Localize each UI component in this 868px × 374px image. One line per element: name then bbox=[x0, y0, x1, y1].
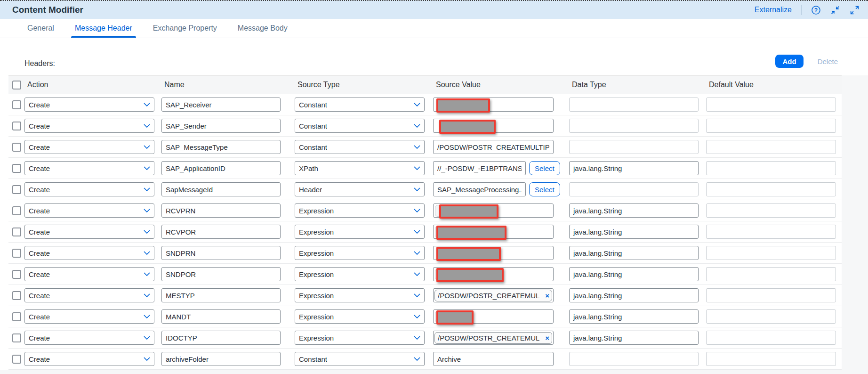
row-checkbox[interactable] bbox=[12, 122, 21, 130]
source-value-input[interactable]: //_-POSDW_-E1BPTRANS... bbox=[433, 161, 526, 175]
source-type-dropdown[interactable]: Expression bbox=[295, 288, 425, 302]
tab-general[interactable]: General bbox=[27, 19, 54, 38]
action-dropdown[interactable]: Create bbox=[24, 352, 154, 366]
default-value-input[interactable] bbox=[706, 98, 836, 112]
row-checkbox[interactable] bbox=[12, 143, 21, 152]
action-dropdown[interactable]: Create bbox=[24, 331, 154, 345]
source-value-input[interactable]: SAP_MessageProcessing... bbox=[433, 182, 526, 196]
tab-message-header[interactable]: Message Header bbox=[75, 19, 132, 38]
data-type-input[interactable]: java.lang.String bbox=[569, 161, 699, 175]
source-value-input[interactable] bbox=[433, 309, 554, 324]
data-type-input[interactable]: java.lang.String bbox=[569, 203, 699, 218]
default-value-input[interactable] bbox=[706, 119, 836, 133]
data-type-input[interactable]: java.lang.String bbox=[569, 288, 699, 302]
data-type-input[interactable]: java.lang.String bbox=[569, 246, 699, 260]
name-input[interactable]: SAP_MessageType bbox=[161, 140, 281, 154]
data-type-input[interactable]: java.lang.String bbox=[569, 309, 699, 324]
select-button[interactable]: Select bbox=[529, 182, 560, 196]
source-type-dropdown[interactable]: Expression bbox=[295, 267, 425, 281]
name-input[interactable]: RCVPOR bbox=[161, 225, 281, 239]
row-checkbox[interactable] bbox=[12, 355, 21, 364]
default-value-input[interactable] bbox=[706, 225, 836, 239]
expand-icon[interactable] bbox=[850, 5, 860, 15]
name-input[interactable]: IDOCTYP bbox=[161, 331, 281, 345]
source-type-dropdown[interactable]: Expression bbox=[295, 246, 425, 260]
source-type-dropdown[interactable]: Expression bbox=[295, 309, 425, 324]
source-value-input[interactable]: /POSDW/POSTR_CREATEMULTIPLE bbox=[433, 140, 554, 154]
row-checkbox[interactable] bbox=[12, 228, 21, 236]
row-checkbox[interactable] bbox=[12, 312, 21, 321]
remove-token-icon[interactable]: × bbox=[545, 292, 549, 300]
action-dropdown[interactable]: Create bbox=[24, 267, 154, 281]
source-type-dropdown[interactable]: Constant bbox=[295, 98, 425, 112]
source-type-dropdown[interactable]: Expression bbox=[295, 331, 425, 345]
select-all-checkbox[interactable] bbox=[12, 81, 21, 89]
data-type-input[interactable]: java.lang.String bbox=[569, 331, 699, 345]
row-checkbox[interactable] bbox=[12, 164, 21, 173]
data-type-input[interactable] bbox=[569, 182, 699, 196]
action-dropdown[interactable]: Create bbox=[24, 225, 154, 239]
source-type-dropdown[interactable]: Constant bbox=[295, 140, 425, 154]
data-type-input[interactable] bbox=[569, 98, 699, 112]
data-type-input[interactable] bbox=[569, 352, 699, 366]
row-checkbox[interactable] bbox=[12, 206, 21, 215]
source-type-dropdown[interactable]: Expression bbox=[295, 203, 425, 218]
value-token[interactable]: /POSDW/POSTR_CREATEMUL× bbox=[434, 290, 552, 301]
source-value-input[interactable] bbox=[433, 98, 554, 112]
data-type-input[interactable]: java.lang.String bbox=[569, 267, 699, 281]
name-input[interactable]: SapMessageId bbox=[161, 182, 281, 196]
source-value-input[interactable]: /POSDW/POSTR_CREATEMUL× bbox=[433, 331, 554, 345]
action-dropdown[interactable]: Create bbox=[24, 119, 154, 133]
source-type-dropdown[interactable]: Constant bbox=[295, 352, 425, 366]
row-checkbox[interactable] bbox=[12, 333, 21, 342]
default-value-input[interactable] bbox=[706, 161, 836, 175]
source-value-input[interactable]: /POSDW/POSTR_CREATEMUL× bbox=[433, 288, 554, 302]
row-checkbox[interactable] bbox=[12, 270, 21, 279]
data-type-input[interactable] bbox=[569, 140, 699, 154]
source-value-input[interactable] bbox=[433, 119, 554, 133]
name-input[interactable]: SNDPRN bbox=[161, 246, 281, 260]
action-dropdown[interactable]: Create bbox=[24, 140, 154, 154]
remove-token-icon[interactable]: × bbox=[545, 334, 549, 342]
add-button[interactable]: Add bbox=[775, 55, 803, 68]
source-type-dropdown[interactable]: Expression bbox=[295, 225, 425, 239]
name-input[interactable]: RCVPRN bbox=[161, 203, 281, 218]
source-value-input[interactable] bbox=[433, 225, 554, 239]
select-button[interactable]: Select bbox=[529, 161, 560, 175]
collapse-icon[interactable] bbox=[830, 5, 840, 15]
source-type-dropdown[interactable]: XPath bbox=[295, 161, 425, 175]
action-dropdown[interactable]: Create bbox=[24, 288, 154, 302]
action-dropdown[interactable]: Create bbox=[24, 309, 154, 324]
action-dropdown[interactable]: Create bbox=[24, 98, 154, 112]
source-value-input[interactable] bbox=[433, 246, 554, 260]
help-icon[interactable]: ? bbox=[811, 5, 821, 15]
name-input[interactable]: SAP_ApplicationID bbox=[161, 161, 281, 175]
name-input[interactable]: MESTYP bbox=[161, 288, 281, 302]
default-value-input[interactable] bbox=[706, 331, 836, 345]
source-type-dropdown[interactable]: Header bbox=[295, 182, 425, 196]
row-checkbox[interactable] bbox=[12, 100, 21, 109]
delete-button[interactable]: Delete bbox=[816, 57, 840, 65]
name-input[interactable]: MANDT bbox=[161, 309, 281, 324]
default-value-input[interactable] bbox=[706, 140, 836, 154]
default-value-input[interactable] bbox=[706, 288, 836, 302]
source-value-input[interactable] bbox=[433, 203, 554, 218]
data-type-input[interactable] bbox=[569, 119, 699, 133]
source-type-dropdown[interactable]: Constant bbox=[295, 119, 425, 133]
data-type-input[interactable]: java.lang.String bbox=[569, 225, 699, 239]
name-input[interactable]: archiveFolder bbox=[161, 352, 281, 366]
action-dropdown[interactable]: Create bbox=[24, 161, 154, 175]
action-dropdown[interactable]: Create bbox=[24, 182, 154, 196]
default-value-input[interactable] bbox=[706, 267, 836, 281]
source-value-input[interactable]: Archive bbox=[433, 352, 554, 366]
row-checkbox[interactable] bbox=[12, 249, 21, 258]
default-value-input[interactable] bbox=[706, 182, 836, 196]
name-input[interactable]: SAP_Receiver bbox=[161, 98, 281, 112]
default-value-input[interactable] bbox=[706, 203, 836, 218]
name-input[interactable]: SNDPOR bbox=[161, 267, 281, 281]
row-checkbox[interactable] bbox=[12, 185, 21, 194]
tab-exchange-property[interactable]: Exchange Property bbox=[153, 19, 217, 38]
value-token[interactable]: /POSDW/POSTR_CREATEMUL× bbox=[434, 332, 552, 344]
action-dropdown[interactable]: Create bbox=[24, 203, 154, 218]
default-value-input[interactable] bbox=[706, 309, 836, 324]
